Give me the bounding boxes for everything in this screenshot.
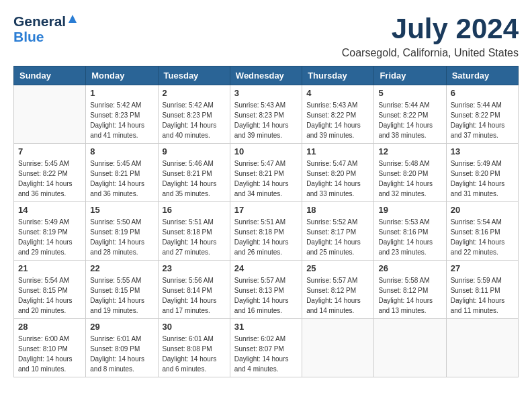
day-info: Sunrise: 5:45 AMSunset: 8:22 PMDaylight:… <box>18 158 81 199</box>
day-info: Sunrise: 5:59 AMSunset: 8:11 PMDaylight:… <box>451 275 514 316</box>
calendar-cell: 1Sunrise: 5:42 AMSunset: 8:23 PMDaylight… <box>86 85 158 144</box>
day-number: 16 <box>163 205 226 215</box>
day-info: Sunrise: 5:53 AMSunset: 8:16 PMDaylight:… <box>378 217 441 257</box>
logo: General Blue <box>13 13 77 44</box>
page-header: General Blue July 2024 Coarsegold, Calif… <box>13 13 519 59</box>
day-info: Sunrise: 5:50 AMSunset: 8:19 PMDaylight:… <box>90 217 153 257</box>
logo-blue: Blue <box>13 30 44 44</box>
day-info: Sunrise: 6:02 AMSunset: 8:07 PMDaylight:… <box>234 334 298 374</box>
day-number: 7 <box>18 146 81 156</box>
day-info: Sunrise: 5:58 AMSunset: 8:12 PMDaylight:… <box>378 275 441 316</box>
day-number: 27 <box>451 263 514 273</box>
day-number: 11 <box>306 146 369 156</box>
calendar-cell: 12Sunrise: 5:48 AMSunset: 8:20 PMDayligh… <box>374 144 446 202</box>
calendar-cell <box>302 319 374 377</box>
day-info: Sunrise: 5:51 AMSunset: 8:18 PMDaylight:… <box>163 217 226 257</box>
day-number: 24 <box>234 263 298 273</box>
day-info: Sunrise: 5:46 AMSunset: 8:21 PMDaylight:… <box>163 158 226 199</box>
calendar-cell: 24Sunrise: 5:57 AMSunset: 8:13 PMDayligh… <box>230 261 302 319</box>
day-info: Sunrise: 5:43 AMSunset: 8:22 PMDaylight:… <box>306 100 369 140</box>
day-number: 28 <box>18 322 81 332</box>
calendar-table: SundayMondayTuesdayWednesdayThursdayFrid… <box>13 66 519 377</box>
svg-marker-0 <box>69 15 77 23</box>
calendar-cell: 15Sunrise: 5:50 AMSunset: 8:19 PMDayligh… <box>86 202 158 261</box>
calendar-cell <box>14 85 86 144</box>
day-number: 31 <box>234 322 298 332</box>
calendar-cell: 17Sunrise: 5:51 AMSunset: 8:18 PMDayligh… <box>230 202 302 261</box>
day-info: Sunrise: 5:49 AMSunset: 8:19 PMDaylight:… <box>18 217 81 257</box>
calendar-cell: 22Sunrise: 5:55 AMSunset: 8:15 PMDayligh… <box>86 261 158 319</box>
day-info: Sunrise: 6:01 AMSunset: 8:08 PMDaylight:… <box>163 334 226 374</box>
day-number: 1 <box>90 88 153 98</box>
day-number: 19 <box>378 205 441 215</box>
day-info: Sunrise: 5:52 AMSunset: 8:17 PMDaylight:… <box>306 217 369 257</box>
day-info: Sunrise: 5:57 AMSunset: 8:12 PMDaylight:… <box>306 275 369 316</box>
day-number: 6 <box>451 88 514 98</box>
logo-triangle-icon <box>68 14 77 26</box>
day-info: Sunrise: 5:48 AMSunset: 8:20 PMDaylight:… <box>378 158 441 199</box>
calendar-cell: 11Sunrise: 5:47 AMSunset: 8:20 PMDayligh… <box>302 144 374 202</box>
calendar-cell: 28Sunrise: 6:00 AMSunset: 8:10 PMDayligh… <box>14 319 86 377</box>
day-number: 17 <box>234 205 298 215</box>
calendar-cell: 3Sunrise: 5:43 AMSunset: 8:23 PMDaylight… <box>230 85 302 144</box>
calendar-header-sunday: Sunday <box>14 66 86 85</box>
calendar-cell: 18Sunrise: 5:52 AMSunset: 8:17 PMDayligh… <box>302 202 374 261</box>
calendar-cell: 4Sunrise: 5:43 AMSunset: 8:22 PMDaylight… <box>302 85 374 144</box>
day-info: Sunrise: 6:01 AMSunset: 8:09 PMDaylight:… <box>90 334 153 374</box>
day-number: 13 <box>451 146 514 156</box>
calendar-cell: 2Sunrise: 5:42 AMSunset: 8:23 PMDaylight… <box>158 85 230 144</box>
calendar-cell: 27Sunrise: 5:59 AMSunset: 8:11 PMDayligh… <box>446 261 518 319</box>
day-info: Sunrise: 5:54 AMSunset: 8:15 PMDaylight:… <box>18 275 81 316</box>
calendar-header-wednesday: Wednesday <box>230 66 302 85</box>
day-number: 4 <box>306 88 369 98</box>
day-info: Sunrise: 5:54 AMSunset: 8:16 PMDaylight:… <box>451 217 514 257</box>
calendar-week-row: 14Sunrise: 5:49 AMSunset: 8:19 PMDayligh… <box>14 202 519 261</box>
calendar-cell: 31Sunrise: 6:02 AMSunset: 8:07 PMDayligh… <box>230 319 302 377</box>
day-number: 30 <box>163 322 226 332</box>
day-info: Sunrise: 5:56 AMSunset: 8:14 PMDaylight:… <box>163 275 226 316</box>
day-number: 18 <box>306 205 369 215</box>
day-info: Sunrise: 5:47 AMSunset: 8:20 PMDaylight:… <box>306 158 369 199</box>
calendar-week-row: 7Sunrise: 5:45 AMSunset: 8:22 PMDaylight… <box>14 144 519 202</box>
calendar-cell <box>446 319 518 377</box>
title-block: July 2024 Coarsegold, California, United… <box>342 13 519 59</box>
calendar-cell: 16Sunrise: 5:51 AMSunset: 8:18 PMDayligh… <box>158 202 230 261</box>
calendar-cell: 21Sunrise: 5:54 AMSunset: 8:15 PMDayligh… <box>14 261 86 319</box>
location-subtitle: Coarsegold, California, United States <box>342 47 519 59</box>
day-info: Sunrise: 5:42 AMSunset: 8:23 PMDaylight:… <box>90 100 153 140</box>
day-number: 8 <box>90 146 153 156</box>
day-info: Sunrise: 5:44 AMSunset: 8:22 PMDaylight:… <box>378 100 441 140</box>
day-number: 2 <box>163 88 226 98</box>
calendar-week-row: 21Sunrise: 5:54 AMSunset: 8:15 PMDayligh… <box>14 261 519 319</box>
calendar-cell: 29Sunrise: 6:01 AMSunset: 8:09 PMDayligh… <box>86 319 158 377</box>
calendar-cell: 10Sunrise: 5:47 AMSunset: 8:21 PMDayligh… <box>230 144 302 202</box>
calendar-header-monday: Monday <box>86 66 158 85</box>
day-number: 15 <box>90 205 153 215</box>
day-info: Sunrise: 5:43 AMSunset: 8:23 PMDaylight:… <box>234 100 298 140</box>
day-number: 23 <box>163 263 226 273</box>
month-year-title: July 2024 <box>342 13 519 44</box>
calendar-cell: 9Sunrise: 5:46 AMSunset: 8:21 PMDaylight… <box>158 144 230 202</box>
calendar-week-row: 28Sunrise: 6:00 AMSunset: 8:10 PMDayligh… <box>14 319 519 377</box>
day-info: Sunrise: 5:57 AMSunset: 8:13 PMDaylight:… <box>234 275 298 316</box>
day-info: Sunrise: 5:47 AMSunset: 8:21 PMDaylight:… <box>234 158 298 199</box>
calendar-cell <box>374 319 446 377</box>
day-number: 5 <box>378 88 441 98</box>
day-number: 9 <box>163 146 226 156</box>
day-number: 22 <box>90 263 153 273</box>
day-number: 14 <box>18 205 81 215</box>
calendar-cell: 8Sunrise: 5:45 AMSunset: 8:21 PMDaylight… <box>86 144 158 202</box>
calendar-cell: 25Sunrise: 5:57 AMSunset: 8:12 PMDayligh… <box>302 261 374 319</box>
calendar-cell: 6Sunrise: 5:44 AMSunset: 8:22 PMDaylight… <box>446 85 518 144</box>
calendar-cell: 26Sunrise: 5:58 AMSunset: 8:12 PMDayligh… <box>374 261 446 319</box>
calendar-header-saturday: Saturday <box>446 66 518 85</box>
calendar-cell: 13Sunrise: 5:49 AMSunset: 8:20 PMDayligh… <box>446 144 518 202</box>
day-info: Sunrise: 5:55 AMSunset: 8:15 PMDaylight:… <box>90 275 153 316</box>
day-info: Sunrise: 5:51 AMSunset: 8:18 PMDaylight:… <box>234 217 298 257</box>
calendar-cell: 30Sunrise: 6:01 AMSunset: 8:08 PMDayligh… <box>158 319 230 377</box>
calendar-cell: 14Sunrise: 5:49 AMSunset: 8:19 PMDayligh… <box>14 202 86 261</box>
day-info: Sunrise: 5:45 AMSunset: 8:21 PMDaylight:… <box>90 158 153 199</box>
day-number: 25 <box>306 263 369 273</box>
day-number: 12 <box>378 146 441 156</box>
calendar-header-tuesday: Tuesday <box>158 66 230 85</box>
